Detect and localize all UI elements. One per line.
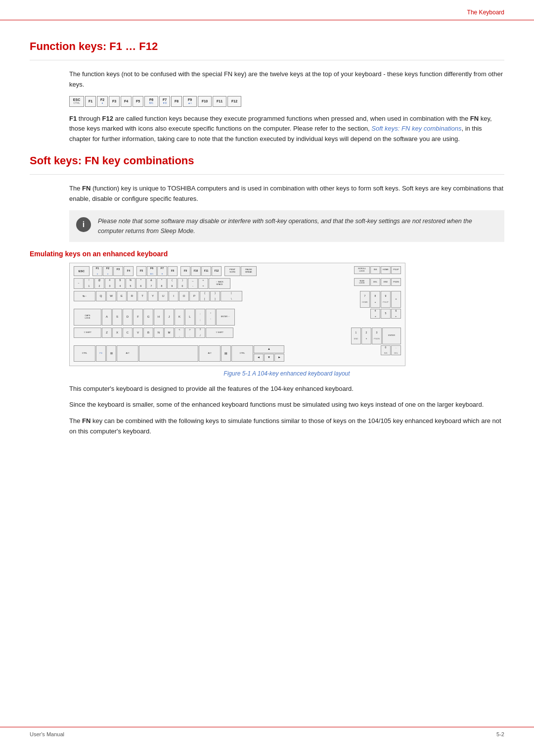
kbd-tab-row: ↹→ Q W E R T Y U I O P {[ }] bbox=[74, 291, 356, 302]
k-f9: F9 bbox=[180, 266, 190, 276]
k-caps: CAPSLOCK bbox=[74, 309, 101, 326]
page-header: The Keyboard bbox=[0, 0, 534, 20]
key-f12: F12 bbox=[227, 96, 241, 107]
k-ins: INS bbox=[370, 266, 380, 274]
kbd-ctrl-section: CTRL FN ⊞ ALT ALT ▤ CTRL ▲ ◄ bbox=[74, 345, 401, 363]
k-w: W bbox=[106, 291, 116, 302]
soft-keys-para1: The FN (function) key is unique to TOSHI… bbox=[69, 184, 504, 204]
k-r: R bbox=[127, 291, 137, 302]
k-home: HOME bbox=[381, 266, 391, 274]
emulating-title: Emulating keys on an enhanced keyboard bbox=[30, 250, 504, 258]
function-keys-para1: The function keys (not to be confused wi… bbox=[69, 69, 504, 90]
k-0: )0 bbox=[178, 278, 187, 289]
k-num2: 2▼ bbox=[361, 328, 371, 344]
k-4: $4 bbox=[115, 278, 125, 289]
k-end: END bbox=[381, 278, 391, 286]
k-o: O bbox=[179, 291, 189, 302]
kbd-num-row: ~ !1 @2 #3 $4 %5 ^6 &7 *8 (9 )0 _- bbox=[74, 278, 350, 289]
k-f7: F7▼ bbox=[157, 266, 167, 276]
emulating-para1: This computer's keyboard is designed to … bbox=[69, 384, 504, 394]
k-num7: 7HOME bbox=[360, 291, 370, 308]
soft-keys-link[interactable]: Soft keys: FN key combinations bbox=[371, 125, 461, 132]
key-f3: F3 bbox=[109, 96, 120, 107]
k-f: F bbox=[133, 309, 143, 326]
k-a: A bbox=[102, 309, 112, 326]
kbd-top-row: ESC F1♦ F2♦ F3 F4 F5 F6B/C F7▼ F8 bbox=[74, 266, 401, 277]
kbd-fn-row: ESC F1♦ F2♦ F3 F4 F5 F6B/C F7▼ F8 bbox=[74, 266, 350, 276]
figure-caption: Figure 5-1 A 104-key enhanced keyboard l… bbox=[69, 370, 504, 377]
k-period: >. bbox=[185, 328, 195, 338]
k-num8: 8▲ bbox=[370, 291, 380, 308]
emulating-para3: The FN key can be combined with the foll… bbox=[69, 416, 504, 437]
k-num4: 4◄ bbox=[370, 309, 380, 319]
section-function-keys: Function keys: F1 … F12 The function key… bbox=[30, 40, 504, 144]
k-semi: :; bbox=[195, 309, 205, 326]
soft-keys-title: Soft keys: FN key combinations bbox=[30, 154, 504, 167]
k-fn: FN bbox=[96, 345, 106, 362]
k-tab: ↹→ bbox=[74, 291, 95, 302]
k-b: B bbox=[143, 328, 153, 338]
k-backspace: ← BACKSPACE bbox=[209, 278, 230, 289]
k-quote: "' bbox=[206, 309, 216, 326]
function-key-strip: ESCCTRL F1 F2♦ F3 F4 F5 F6B/C F7▼D F8 F9… bbox=[69, 96, 504, 107]
k-num6: 6► bbox=[391, 309, 401, 319]
k-l: L bbox=[185, 309, 195, 326]
k-num1: 1END bbox=[351, 328, 361, 344]
k-f11: F11 bbox=[201, 266, 211, 276]
k-num9: 9PGUP bbox=[381, 291, 391, 308]
k-num3: 3PGDN bbox=[372, 328, 382, 344]
k-8: *8 bbox=[157, 278, 167, 289]
header-title: The Keyboard bbox=[467, 9, 504, 16]
k-up: ▲ bbox=[254, 345, 284, 353]
key-f11: F11 bbox=[213, 96, 226, 107]
k-f2: F2♦ bbox=[103, 266, 113, 276]
k-g: G bbox=[143, 309, 153, 326]
k-3: #3 bbox=[105, 278, 115, 289]
k-win: ⊞ bbox=[106, 345, 116, 362]
key-f8: F8 bbox=[171, 96, 182, 107]
k-minus: _- bbox=[188, 278, 198, 289]
k-i: I bbox=[169, 291, 178, 302]
k-rbrace: }] bbox=[210, 291, 220, 302]
k-e: E bbox=[117, 291, 127, 302]
k-plus: += bbox=[198, 278, 208, 289]
k-7: &7 bbox=[146, 278, 156, 289]
section-soft-keys: Soft keys: FN key combinations The FN (f… bbox=[30, 154, 504, 437]
k-rctrl: CTRL bbox=[231, 345, 253, 362]
k-1: !1 bbox=[84, 278, 94, 289]
k-pgup: PGUP bbox=[391, 266, 401, 274]
k-u: U bbox=[158, 291, 168, 302]
function-keys-title: Function keys: F1 … F12 bbox=[30, 40, 504, 53]
info-icon: i bbox=[76, 217, 91, 232]
subsection-emulating: Emulating keys on an enhanced keyboard E… bbox=[30, 250, 504, 437]
footer-right: 5-2 bbox=[496, 731, 504, 737]
emulating-para2: Since the keyboard is smaller, some of t… bbox=[69, 400, 504, 410]
note-text: Please note that some software may disab… bbox=[98, 216, 497, 236]
k-lctrl: CTRL bbox=[74, 345, 95, 362]
k-comma: <, bbox=[175, 328, 184, 338]
k-h: H bbox=[154, 309, 164, 326]
k-t: T bbox=[137, 291, 147, 302]
keyboard-diagram: ESC F1♦ F2♦ F3 F4 F5 F6B/C F7▼ F8 bbox=[69, 263, 405, 366]
k-c: C bbox=[123, 328, 133, 338]
k-del: DEL bbox=[370, 278, 380, 286]
k-scroll: SCROLLLOCK bbox=[354, 266, 370, 274]
k-enter: ENTER ← bbox=[216, 309, 235, 326]
k-num0: 0INS bbox=[381, 345, 391, 355]
k-f6: F6B/C bbox=[147, 266, 157, 276]
kbd-num-section: ~ !1 @2 #3 $4 %5 ^6 &7 *8 (9 )0 _- bbox=[74, 278, 401, 290]
function-keys-para2: F1 through F12 are called function keys … bbox=[69, 114, 504, 144]
k-slash: ?/ bbox=[195, 328, 205, 338]
key-f6: F6B/C bbox=[144, 96, 158, 107]
key-f2: F2♦ bbox=[97, 96, 108, 107]
k-y: Y bbox=[148, 291, 158, 302]
k-x: X bbox=[112, 328, 122, 338]
k-2: @2 bbox=[94, 278, 104, 289]
note-box: i Please note that some software may dis… bbox=[69, 210, 504, 242]
k-q: Q bbox=[96, 291, 106, 302]
kbd-shift-section: ⇧ SHIFT Z X C V B N M <, >. ?/ ⇧ SHIFT bbox=[74, 328, 401, 344]
key-f4: F4 bbox=[121, 96, 132, 107]
k-f1: F1♦ bbox=[92, 266, 102, 276]
k-rshift: ⇧ SHIFT bbox=[206, 328, 233, 338]
key-esc: ESCCTRL bbox=[69, 96, 84, 107]
